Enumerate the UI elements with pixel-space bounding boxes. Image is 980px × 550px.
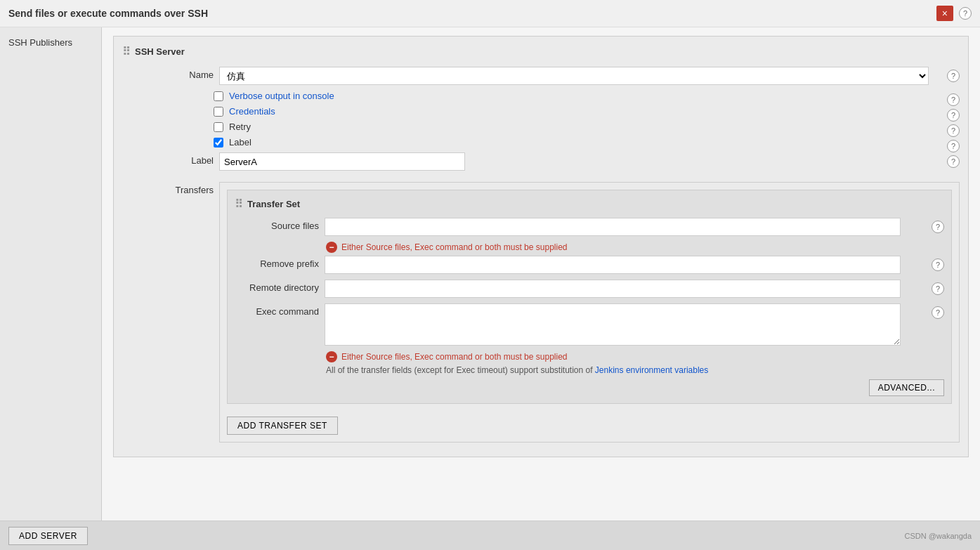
remote-directory-help-icon[interactable]: ?	[932, 282, 944, 295]
remote-directory-input[interactable]	[325, 280, 901, 298]
retry-row: Retry ?	[122, 122, 960, 137]
label-input[interactable]	[219, 152, 465, 171]
page-title: Send files or execute commands over SSH	[8, 8, 208, 19]
name-row: Name 仿真 ?	[122, 67, 960, 91]
retry-label[interactable]: Retry	[229, 122, 251, 132]
page-wrapper: Send files or execute commands over SSH …	[0, 0, 980, 550]
name-help-icon[interactable]: ?	[947, 70, 960, 82]
label-field-label: Label	[122, 152, 214, 166]
source-files-row: Source files − Either Source files, Exec…	[235, 218, 944, 256]
sidebar-item-ssh-publishers[interactable]: SSH Publishers	[0, 33, 101, 52]
name-label: Name	[122, 67, 214, 80]
jenkins-env-link[interactable]: Jenkins environment variables	[595, 365, 708, 375]
exec-command-error: − Either Source files, Exec command or b…	[326, 351, 923, 362]
remote-directory-label: Remote directory	[235, 280, 319, 293]
transfer-set-panel: ⠿ Transfer Set Source files	[227, 190, 952, 404]
label-check-help-icon[interactable]: ?	[947, 140, 960, 152]
retry-checkbox[interactable]	[214, 122, 223, 132]
remove-prefix-input[interactable]	[325, 256, 901, 274]
exec-error-icon: −	[326, 351, 337, 362]
label-checkbox-row: Label ?	[122, 137, 960, 152]
exec-command-help-icon[interactable]: ?	[932, 306, 944, 319]
credentials-row: Credentials ?	[122, 106, 960, 122]
top-header: Send files or execute commands over SSH …	[0, 0, 980, 27]
credentials-label[interactable]: Credentials	[229, 106, 275, 117]
label-checkbox[interactable]	[214, 138, 223, 148]
add-server-button[interactable]: ADD SERVER	[8, 527, 88, 545]
ssh-server-panel-title: ⠿ SSH Server	[122, 45, 960, 58]
label-input-help-icon[interactable]: ?	[947, 155, 960, 168]
transfer-set-title: ⠿ Transfer Set	[235, 197, 944, 211]
source-files-error: − Either Source files, Exec command or b…	[326, 242, 923, 253]
server-name-select[interactable]: 仿真	[219, 67, 929, 85]
ssh-server-panel: ⠿ SSH Server Name 仿真	[113, 36, 969, 457]
source-files-label: Source files	[235, 218, 319, 231]
credentials-help-icon[interactable]: ?	[947, 109, 960, 122]
label-input-row: Label ?	[122, 152, 960, 176]
verbose-label[interactable]: Verbose output in console	[229, 91, 334, 101]
verbose-row: Verbose output in console ?	[122, 91, 960, 106]
advanced-button[interactable]: ADVANCED...	[869, 379, 944, 396]
transfers-section: Transfers ⠿ Transfer Set	[122, 182, 960, 443]
drag-handle-icon: ⠿	[122, 45, 131, 58]
retry-help-icon[interactable]: ?	[947, 124, 960, 137]
close-button[interactable]: ×	[936, 6, 953, 21]
verbose-help-icon[interactable]: ?	[947, 93, 960, 106]
source-error-icon: −	[326, 242, 337, 253]
main-layout: SSH Publishers ⠿ SSH Server Name	[0, 27, 980, 550]
header-help-icon[interactable]: ?	[959, 7, 972, 20]
label-checkbox-label[interactable]: Label	[229, 137, 251, 148]
exec-command-textarea[interactable]	[325, 303, 901, 346]
exec-command-row: Exec command − Either Source files, Exec…	[235, 303, 944, 375]
watermark: CSDN @wakangda	[904, 532, 972, 540]
transfer-drag-handle-icon: ⠿	[235, 197, 243, 211]
source-files-input[interactable]	[325, 218, 901, 236]
remove-prefix-label: Remove prefix	[235, 256, 319, 269]
info-text: All of the transfer fields (except for E…	[326, 365, 923, 375]
content-area: ⠿ SSH Server Name 仿真	[102, 27, 980, 550]
remove-prefix-help-icon[interactable]: ?	[932, 258, 944, 271]
transfers-label: Transfers	[122, 182, 214, 195]
footer-bar: ADD SERVER CSDN @wakangda	[0, 520, 980, 550]
transfers-outer-panel: ⠿ Transfer Set Source files	[219, 182, 960, 443]
remove-prefix-row: Remove prefix ?	[235, 256, 944, 280]
credentials-checkbox[interactable]	[214, 107, 223, 117]
verbose-checkbox[interactable]	[214, 91, 223, 101]
remote-directory-row: Remote directory ?	[235, 280, 944, 303]
exec-command-label: Exec command	[235, 303, 319, 317]
source-files-help-icon[interactable]: ?	[932, 221, 944, 233]
add-transfer-set-button[interactable]: ADD TRANSFER SET	[227, 417, 338, 435]
sidebar: SSH Publishers	[0, 27, 102, 550]
